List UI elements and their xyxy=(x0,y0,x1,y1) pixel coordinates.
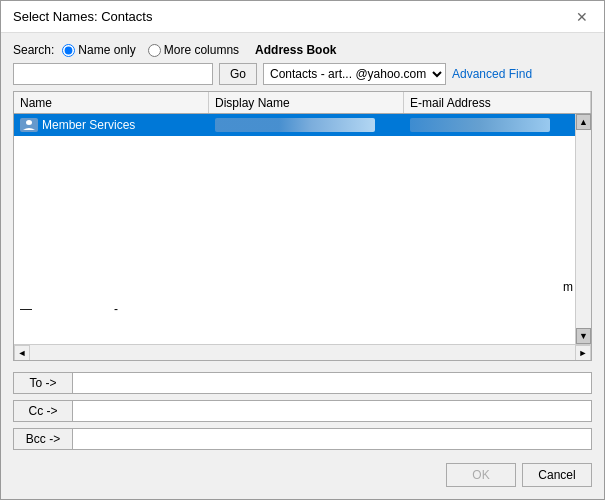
radio-more-columns[interactable] xyxy=(148,44,161,57)
bcc-button[interactable]: Bcc -> xyxy=(13,428,73,450)
title-bar: Select Names: Contacts ✕ xyxy=(1,1,604,33)
dash-right: - xyxy=(114,302,118,316)
to-button[interactable]: To -> xyxy=(13,372,73,394)
radio-more-columns-label[interactable]: More columns xyxy=(148,43,239,57)
advanced-find-link[interactable]: Advanced Find xyxy=(452,67,532,81)
radio-more-columns-text: More columns xyxy=(164,43,239,57)
radio-name-only-label[interactable]: Name only xyxy=(62,43,135,57)
table-row[interactable]: Member Services xyxy=(14,114,591,136)
scroll-down-arrow[interactable]: ▼ xyxy=(576,328,591,344)
svg-rect-0 xyxy=(26,120,32,125)
hscroll-right-arrow[interactable]: ► xyxy=(575,345,591,361)
cc-input[interactable] xyxy=(73,400,592,422)
bottom-buttons: OK Cancel xyxy=(13,457,592,489)
table-body: Member Services m — - ▲ xyxy=(14,114,591,344)
dialog-content: Search: Name only More columns Address B… xyxy=(1,33,604,499)
cell-name: Member Services xyxy=(14,114,209,136)
hscroll-left-arrow[interactable]: ◄ xyxy=(14,345,30,361)
column-header-email: E-mail Address xyxy=(404,92,591,113)
column-header-name: Name xyxy=(14,92,209,113)
partial-text-m: m xyxy=(563,280,573,294)
radio-name-only-text: Name only xyxy=(78,43,135,57)
search-label-row: Search: Name only More columns Address B… xyxy=(13,43,592,57)
hscroll-track[interactable] xyxy=(30,345,575,360)
table-header: Name Display Name E-mail Address xyxy=(14,92,591,114)
to-row: To -> xyxy=(13,371,592,395)
search-input[interactable] xyxy=(13,63,213,85)
close-button[interactable]: ✕ xyxy=(572,7,592,27)
contacts-table: Name Display Name E-mail Address Member … xyxy=(13,91,592,361)
contact-icon xyxy=(20,118,38,132)
radio-group: Name only More columns xyxy=(62,43,239,57)
search-input-row: Go Contacts - art... @yahoo.com Advanced… xyxy=(13,63,592,85)
go-button[interactable]: Go xyxy=(219,63,257,85)
address-book-select[interactable]: Contacts - art... @yahoo.com xyxy=(263,63,446,85)
select-names-dialog: Select Names: Contacts ✕ Search: Name on… xyxy=(0,0,605,500)
cancel-button[interactable]: Cancel xyxy=(522,463,592,487)
dash-left: — xyxy=(20,302,32,316)
bcc-input[interactable] xyxy=(73,428,592,450)
cc-row: Cc -> xyxy=(13,399,592,423)
horizontal-scrollbar[interactable]: ◄ ► xyxy=(14,344,591,360)
scroll-track[interactable] xyxy=(576,130,591,328)
column-header-display: Display Name xyxy=(209,92,404,113)
cc-button[interactable]: Cc -> xyxy=(13,400,73,422)
bcc-row: Bcc -> xyxy=(13,427,592,451)
ok-button[interactable]: OK xyxy=(446,463,516,487)
to-input[interactable] xyxy=(73,372,592,394)
scroll-up-arrow[interactable]: ▲ xyxy=(576,114,591,130)
cell-email xyxy=(404,114,591,136)
search-label: Search: xyxy=(13,43,54,57)
name-text: Member Services xyxy=(42,118,135,132)
cell-display xyxy=(209,114,404,136)
vertical-scrollbar[interactable]: ▲ ▼ xyxy=(575,114,591,344)
radio-name-only[interactable] xyxy=(62,44,75,57)
recipient-rows: To -> Cc -> Bcc -> xyxy=(13,371,592,451)
address-book-label: Address Book xyxy=(255,43,336,57)
dialog-title: Select Names: Contacts xyxy=(13,9,152,24)
